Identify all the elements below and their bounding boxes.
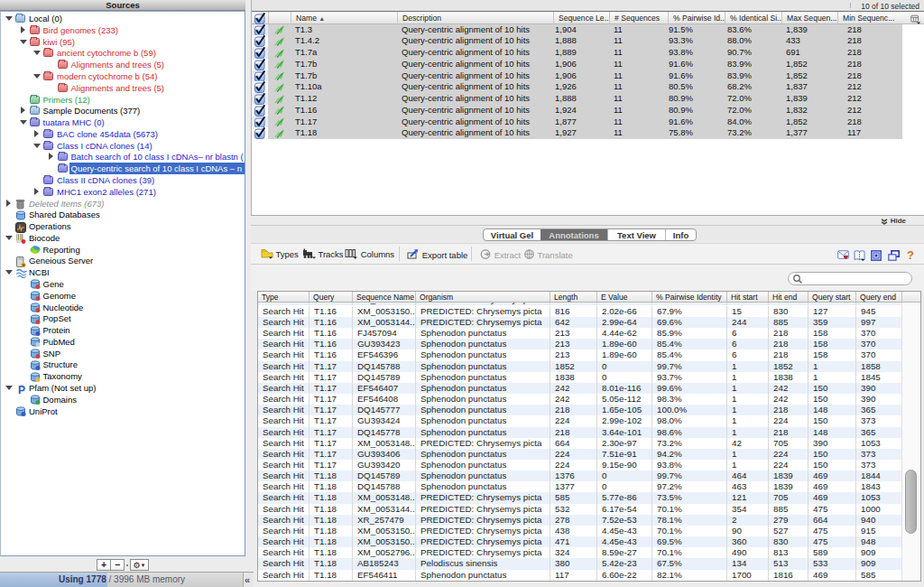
svg-text:P: P: [18, 384, 25, 395]
